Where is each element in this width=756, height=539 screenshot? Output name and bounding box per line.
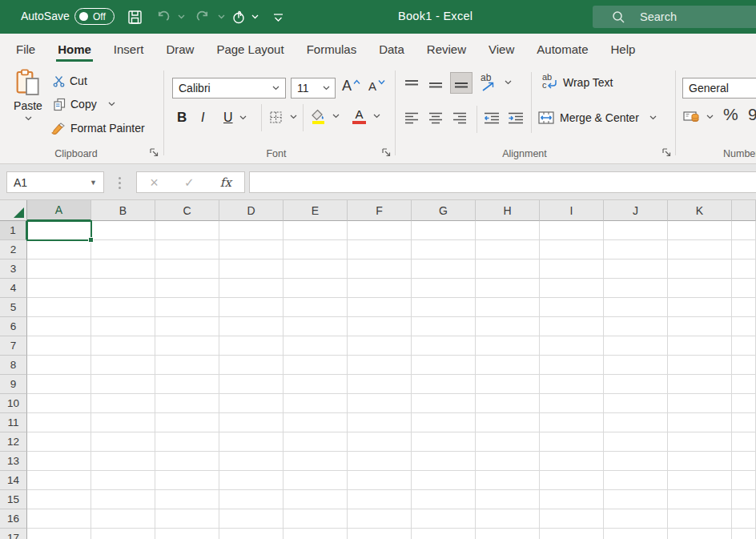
cell-partial-3[interactable] (732, 259, 756, 279)
cell-J8[interactable] (604, 356, 668, 375)
row-header-4[interactable]: 4 (0, 279, 27, 298)
column-header-C[interactable]: C (155, 200, 219, 221)
cell-H9[interactable] (476, 375, 540, 394)
cell-J11[interactable] (604, 413, 668, 432)
tab-automate[interactable]: Automate (525, 34, 599, 66)
cell-K5[interactable] (668, 298, 732, 317)
cell-C14[interactable] (155, 471, 219, 490)
align-left-button[interactable] (404, 110, 419, 127)
search-box[interactable]: Search (593, 6, 756, 28)
cell-B1[interactable] (91, 221, 155, 240)
cell-B4[interactable] (91, 279, 155, 298)
cell-G6[interactable] (412, 317, 476, 336)
cell-H7[interactable] (476, 336, 540, 356)
column-header-K[interactable]: K (668, 200, 732, 221)
cell-J3[interactable] (604, 259, 668, 279)
cell-H14[interactable] (476, 471, 540, 490)
cell-C8[interactable] (155, 356, 219, 375)
enter-icon[interactable]: ✓ (184, 175, 195, 190)
row-header-7[interactable]: 7 (0, 336, 27, 356)
cell-E16[interactable] (284, 509, 348, 529)
orientation-button[interactable]: ab (481, 74, 512, 91)
cell-I15[interactable] (540, 490, 604, 509)
cell-E2[interactable] (284, 240, 348, 259)
cell-I2[interactable] (540, 240, 604, 259)
column-header-H[interactable]: H (476, 200, 540, 221)
cell-I9[interactable] (540, 375, 604, 394)
cell-A6[interactable] (27, 317, 91, 336)
cell-C3[interactable] (155, 259, 219, 279)
cell-E7[interactable] (284, 336, 348, 356)
cell-I12[interactable] (540, 432, 604, 452)
cell-D6[interactable] (219, 317, 284, 336)
cell-C13[interactable] (155, 452, 219, 471)
cell-C7[interactable] (155, 336, 219, 356)
cell-I6[interactable] (540, 317, 604, 336)
cell-D13[interactable] (219, 452, 284, 471)
cell-A15[interactable] (27, 490, 91, 509)
cell-B2[interactable] (91, 240, 155, 259)
cell-F10[interactable] (348, 394, 412, 413)
cell-A3[interactable] (27, 259, 91, 279)
cell-partial-14[interactable] (732, 471, 756, 490)
tab-view[interactable]: View (477, 34, 525, 66)
cell-A16[interactable] (27, 509, 91, 529)
insert-function-icon[interactable]: fx (220, 175, 231, 190)
cell-G4[interactable] (412, 279, 476, 298)
tab-draw[interactable]: Draw (155, 34, 205, 66)
cell-D4[interactable] (219, 279, 284, 298)
increase-indent-button[interactable] (508, 110, 524, 127)
cell-H5[interactable] (476, 298, 540, 317)
cell-E10[interactable] (284, 394, 348, 413)
wrap-text-button[interactable]: ab c Wrap Text (541, 74, 613, 91)
cell-A11[interactable] (27, 413, 91, 432)
bottom-align-button[interactable] (450, 72, 472, 94)
cell-B12[interactable] (91, 432, 155, 452)
cell-partial-4[interactable] (732, 279, 756, 298)
cell-I5[interactable] (540, 298, 604, 317)
column-header-B[interactable]: B (91, 200, 155, 221)
cell-H2[interactable] (476, 240, 540, 259)
cell-K13[interactable] (668, 452, 732, 471)
column-header-G[interactable]: G (412, 200, 476, 221)
cell-partial-17[interactable] (732, 529, 756, 539)
select-all-corner[interactable] (0, 200, 27, 221)
cell-A5[interactable] (27, 298, 91, 317)
cell-partial-7[interactable] (732, 336, 756, 356)
cell-I16[interactable] (540, 509, 604, 529)
cell-J7[interactable] (604, 336, 668, 356)
row-header-9[interactable]: 9 (0, 375, 27, 394)
cell-G8[interactable] (412, 356, 476, 375)
cell-B11[interactable] (91, 413, 155, 432)
cell-H12[interactable] (476, 432, 540, 452)
cell-E13[interactable] (284, 452, 348, 471)
cell-partial-10[interactable] (732, 394, 756, 413)
cell-A1[interactable] (27, 221, 91, 240)
cell-D5[interactable] (219, 298, 284, 317)
cell-I4[interactable] (540, 279, 604, 298)
cell-D12[interactable] (219, 432, 284, 452)
cell-J16[interactable] (604, 509, 668, 529)
tab-formulas[interactable]: Formulas (296, 34, 368, 66)
tab-insert[interactable]: Insert (103, 34, 155, 66)
cell-partial-5[interactable] (732, 298, 756, 317)
cell-F16[interactable] (348, 509, 412, 529)
cell-F1[interactable] (348, 221, 412, 240)
alignment-dialog-launcher-icon[interactable] (662, 147, 672, 158)
redo-icon[interactable] (194, 9, 211, 25)
cell-G3[interactable] (412, 259, 476, 279)
cell-K3[interactable] (668, 259, 732, 279)
row-header-11[interactable]: 11 (0, 413, 27, 432)
cell-G2[interactable] (412, 240, 476, 259)
fill-color-button[interactable] (311, 107, 340, 125)
align-right-button[interactable] (452, 110, 467, 127)
paste-dropdown-icon[interactable] (25, 116, 32, 121)
cell-partial-11[interactable] (732, 413, 756, 432)
redo-dropdown-icon[interactable] (215, 9, 227, 25)
cell-A13[interactable] (27, 452, 91, 471)
cell-partial-8[interactable] (732, 356, 756, 375)
merge-center-dropdown-icon[interactable] (649, 115, 657, 120)
save-icon[interactable] (126, 9, 143, 25)
cell-K14[interactable] (668, 471, 732, 490)
cell-G16[interactable] (412, 509, 476, 529)
